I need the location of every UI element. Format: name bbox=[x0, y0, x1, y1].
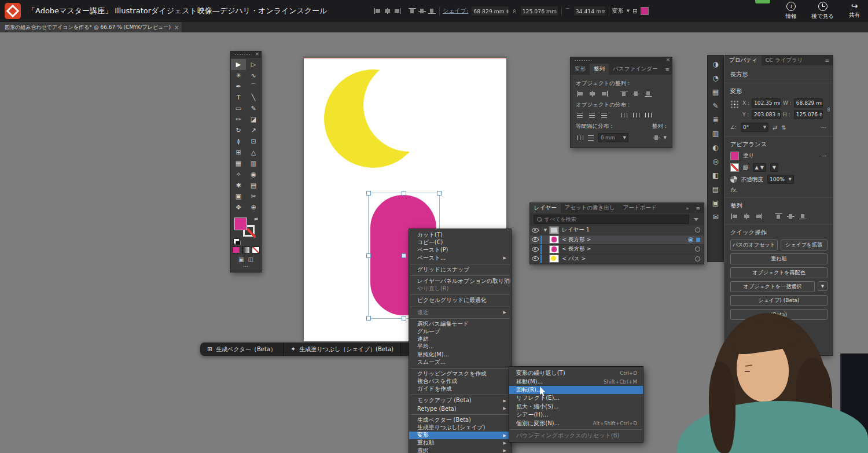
panel-menu-icon[interactable]: ≡ bbox=[692, 203, 704, 213]
context-menu-item[interactable]: ペースト(P) bbox=[409, 246, 511, 254]
submenu-item[interactable]: バウンディングボックスのリセット(B) bbox=[509, 432, 643, 440]
distribute-vertical-icon[interactable] bbox=[632, 112, 641, 119]
distribute-horizontal-icon[interactable] bbox=[576, 112, 584, 119]
stepper-icon[interactable]: ▲▼ bbox=[506, 9, 509, 13]
layer-row[interactable]: < 長方形 > bbox=[530, 235, 704, 245]
context-menu-item[interactable]: ペースト...▶ bbox=[409, 255, 511, 262]
type-tool[interactable]: T bbox=[231, 92, 246, 103]
align-vertical-bottom-icon[interactable] bbox=[428, 8, 436, 14]
layers-icon[interactable]: ▤ bbox=[712, 186, 719, 193]
selection-handle[interactable] bbox=[366, 316, 371, 321]
submenu-item[interactable]: 拡大・縮小(S)... bbox=[509, 403, 643, 411]
eyedropper-tool[interactable]: ✧ bbox=[231, 169, 246, 180]
color-panel-icon[interactable]: ◑ bbox=[712, 61, 718, 68]
swap-fill-stroke-icon[interactable]: ⇄ bbox=[254, 216, 258, 222]
angle-field[interactable]: 0° ▼ bbox=[741, 123, 768, 132]
select-similar-button[interactable]: オブジェクトを一括選択 bbox=[730, 281, 815, 292]
transparency-icon[interactable]: ◐ bbox=[712, 144, 718, 152]
link-dimensions-icon[interactable]: ∞ bbox=[826, 107, 832, 112]
align-horizontal-center-icon[interactable] bbox=[588, 90, 597, 97]
context-menu-item[interactable]: 選択パス編集モード bbox=[409, 321, 511, 328]
context-menu-item[interactable]: コピー(C) bbox=[409, 239, 511, 246]
tab-transform[interactable]: 変形 bbox=[571, 64, 590, 75]
visibility-toggle[interactable] bbox=[530, 245, 540, 254]
align-horizontal-left-icon[interactable] bbox=[576, 90, 584, 97]
gradient-tool[interactable]: ▥ bbox=[246, 158, 261, 169]
align-horizontal-left-icon[interactable] bbox=[373, 8, 382, 14]
target-circle-icon[interactable] bbox=[695, 256, 700, 262]
distribute-vertical-icon[interactable] bbox=[620, 112, 628, 119]
brushes-icon[interactable]: ✎ bbox=[712, 102, 718, 110]
context-menu-item[interactable]: カット(T) bbox=[409, 231, 511, 239]
shape-builder-tool[interactable]: ⊞ bbox=[231, 147, 246, 158]
direct-selection-tool[interactable]: ▷ bbox=[246, 59, 261, 70]
selection-tool[interactable]: ▶ bbox=[231, 59, 246, 70]
slice-tool[interactable]: ✂ bbox=[246, 191, 261, 202]
selection-handle[interactable] bbox=[402, 191, 406, 196]
visibility-toggle[interactable] bbox=[530, 235, 540, 245]
context-menu-item[interactable]: Retype (Beta)▶ bbox=[409, 405, 511, 413]
screen-mode-icon[interactable]: ◫ bbox=[248, 256, 253, 263]
panel-header[interactable]: × bbox=[571, 57, 672, 64]
submenu-item[interactable]: シアー(H)... bbox=[509, 411, 643, 419]
corner-radius-field[interactable]: 34.414 mm bbox=[573, 6, 606, 16]
width-tool[interactable]: ≬ bbox=[231, 136, 246, 147]
watch-later-button[interactable]: 後で見る bbox=[812, 2, 834, 20]
eraser-tool[interactable]: ◪ bbox=[246, 114, 261, 125]
context-menu-item[interactable]: クリッピングマスクを作成 bbox=[409, 370, 511, 378]
selection-handle[interactable] bbox=[366, 253, 371, 258]
shape-width-field[interactable]: 68.829 mm▲▼ bbox=[471, 6, 509, 16]
opacity-field[interactable]: 100% ▼ bbox=[767, 175, 794, 184]
graphic-styles-icon[interactable]: ◧ bbox=[712, 172, 719, 179]
reference-point-locator[interactable] bbox=[730, 100, 739, 109]
panel-grip[interactable] bbox=[574, 60, 591, 62]
context-menu-item[interactable]: 遠近▶ bbox=[409, 309, 511, 316]
flip-vertical-icon[interactable]: ⇅ bbox=[782, 124, 786, 131]
blend-tool[interactable]: ◉ bbox=[246, 169, 261, 180]
fill-swatch[interactable] bbox=[234, 218, 247, 230]
rectangle-tool[interactable]: ▭ bbox=[231, 103, 246, 114]
target-circle-icon[interactable] bbox=[695, 227, 700, 233]
panel-menu-icon[interactable]: ≡ bbox=[821, 56, 833, 65]
more-options-icon[interactable]: ⋯ bbox=[821, 153, 827, 159]
context-menu-item[interactable]: 複合パスを作成 bbox=[409, 378, 511, 385]
x-field[interactable]: 102.35 mm bbox=[752, 98, 781, 108]
free-transform-tool[interactable]: ⊡ bbox=[246, 136, 261, 147]
visibility-toggle[interactable] bbox=[530, 255, 540, 264]
draw-normal-icon[interactable]: ▣ bbox=[238, 256, 244, 263]
distribute-horizontal-icon[interactable] bbox=[587, 134, 595, 141]
color-button[interactable] bbox=[232, 246, 240, 253]
context-menu-item[interactable]: グループ bbox=[409, 328, 511, 336]
align-vertical-top-icon[interactable] bbox=[408, 8, 417, 14]
h-field[interactable]: 125.076 mm bbox=[794, 110, 823, 119]
stroke-swatch[interactable] bbox=[730, 163, 739, 172]
document-tab[interactable]: 図形の組み合わせでアイコンを作る* @ 66.67 % (CMYK/プレビュー)… bbox=[0, 22, 182, 32]
gradient-icon[interactable]: ▥ bbox=[712, 130, 719, 138]
more-tools-icon[interactable]: ⋯ bbox=[231, 263, 261, 272]
context-menu-item[interactable]: 生成ベクター (Beta) bbox=[409, 417, 511, 424]
shape-height-field[interactable]: 125.076 mm▲▼ bbox=[520, 6, 558, 16]
context-menu-item[interactable]: グリッドにスナップ bbox=[409, 266, 511, 274]
tab-cc-libraries[interactable]: CC ライブラリ bbox=[762, 56, 807, 65]
generate-vector-button[interactable]: ⊞ 生成ベクター（Beta） bbox=[200, 342, 284, 356]
selection-handle[interactable] bbox=[437, 191, 442, 196]
tab-pathfinder[interactable]: パスファインダー bbox=[609, 64, 662, 75]
curvature-tool[interactable]: ⌒ bbox=[246, 81, 261, 92]
layer-row[interactable]: ▼レイヤー 1 bbox=[530, 226, 704, 235]
align-horizontal-center-icon[interactable] bbox=[383, 8, 392, 14]
symbol-sprayer-tool[interactable]: ✱ bbox=[231, 180, 246, 191]
appearance-icon[interactable]: ◎ bbox=[712, 158, 718, 165]
none-button[interactable] bbox=[252, 246, 260, 253]
magic-wand-tool[interactable]: ✳ bbox=[231, 70, 246, 81]
context-menu-item[interactable]: やり直し(R) bbox=[409, 285, 511, 293]
panel-header[interactable]: × bbox=[231, 51, 261, 58]
context-menu-item[interactable]: 変形▶ bbox=[409, 432, 511, 439]
align-vertical-bottom-icon[interactable] bbox=[799, 213, 807, 220]
close-icon[interactable]: × bbox=[665, 57, 670, 63]
submenu-item[interactable]: 移動(M)...Shift+Ctrl+M bbox=[509, 377, 643, 385]
gradient-button[interactable] bbox=[242, 246, 250, 253]
expand-shape-button[interactable]: シェイプを拡張 bbox=[781, 240, 828, 251]
artboard-tool[interactable]: ▣ bbox=[231, 191, 246, 202]
layer-row[interactable]: < パス > bbox=[530, 255, 704, 264]
selection-handle[interactable] bbox=[366, 191, 371, 196]
